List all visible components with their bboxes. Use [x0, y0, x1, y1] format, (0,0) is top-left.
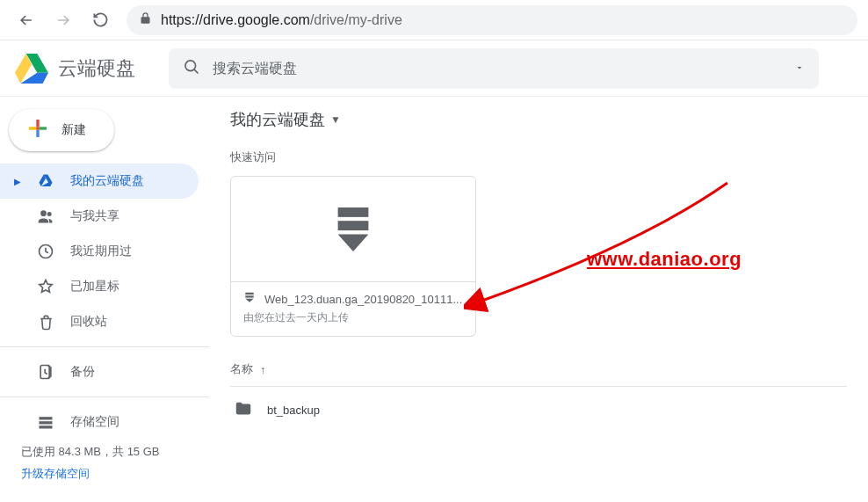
sidebar: 新建 ▶ 我的云端硬盘 与我共享 我近期用过 已加星标: [0, 97, 209, 502]
svg-rect-8: [40, 426, 53, 428]
sidebar-item-backups[interactable]: 备份: [0, 354, 199, 389]
svg-point-2: [40, 210, 47, 216]
back-button[interactable]: [11, 4, 42, 36]
quick-access-card[interactable]: Web_123.duan.ga_20190820_10111... 由您在过去一…: [230, 176, 476, 337]
name-column-header[interactable]: 名称 ↑: [230, 361, 847, 387]
storage-info: 已使用 84.3 MB，共 15 GB 升级存储空间: [0, 440, 209, 486]
folder-row[interactable]: bt_backup: [230, 390, 847, 430]
breadcrumb[interactable]: 我的云端硬盘 ▼: [230, 109, 847, 130]
clock-icon: [37, 243, 54, 260]
sidebar-item-label: 我的云端硬盘: [70, 173, 144, 189]
upgrade-storage-link[interactable]: 升级存储空间: [21, 467, 90, 480]
folder-name: bt_backup: [267, 404, 320, 417]
drive-logo-icon[interactable]: [14, 51, 49, 86]
card-title: Web_123.duan.ga_20190820_10111...: [264, 293, 462, 306]
url-text: https://drive.google.com/drive/my-drive: [161, 12, 402, 28]
file-thumbnail: [231, 177, 475, 282]
svg-rect-10: [338, 221, 369, 230]
breadcrumb-label: 我的云端硬盘: [230, 109, 325, 130]
sort-arrow-up-icon: ↑: [260, 363, 266, 376]
new-button-label: 新建: [61, 122, 86, 138]
sidebar-item-label: 我近期用过: [70, 244, 132, 259]
sidebar-item-my-drive[interactable]: ▶ 我的云端硬盘: [0, 164, 199, 199]
expand-icon: ▶: [14, 177, 21, 186]
sidebar-item-storage[interactable]: 存储空间: [0, 404, 199, 440]
chevron-down-icon: ▼: [330, 113, 341, 126]
storage-icon: [37, 413, 54, 431]
sidebar-item-shared[interactable]: 与我共享: [0, 199, 199, 234]
card-subtitle: 由您在过去一天内上传: [243, 310, 463, 325]
quick-access-label: 快速访问: [230, 149, 847, 165]
main-content: 我的云端硬盘 ▼ 快速访问 Web_123.duan.ga_20190820_1…: [209, 97, 868, 502]
drive-icon: [37, 172, 54, 190]
forward-button[interactable]: [47, 4, 79, 36]
sidebar-item-starred[interactable]: 已加星标: [0, 269, 199, 304]
app-header: 云端硬盘: [0, 40, 868, 97]
product-name: 云端硬盘: [58, 55, 135, 82]
search-input[interactable]: [213, 61, 782, 76]
archive-icon: [243, 291, 256, 307]
svg-rect-11: [245, 293, 253, 295]
browser-address-bar: https://drive.google.com/drive/my-drive: [0, 0, 868, 40]
search-options-icon[interactable]: [794, 61, 805, 76]
sidebar-item-trash[interactable]: 回收站: [0, 304, 199, 339]
search-icon: [183, 58, 200, 79]
sidebar-item-label: 存储空间: [70, 414, 119, 430]
annotation-arrow: [464, 165, 745, 367]
search-box[interactable]: [169, 48, 819, 89]
reload-button[interactable]: [84, 4, 116, 36]
plus-icon: [25, 115, 51, 145]
backup-icon: [37, 363, 54, 381]
new-button[interactable]: 新建: [9, 109, 114, 151]
sidebar-item-label: 回收站: [70, 314, 107, 330]
watermark-text: www.daniao.org: [587, 248, 741, 271]
sidebar-item-label: 备份: [70, 364, 95, 380]
trash-icon: [37, 313, 54, 331]
svg-rect-12: [245, 295, 253, 297]
sidebar-item-label: 与我共享: [70, 208, 119, 224]
svg-rect-6: [40, 417, 53, 419]
star-icon: [37, 278, 54, 295]
folder-icon: [234, 399, 253, 421]
address-field[interactable]: https://drive.google.com/drive/my-drive: [127, 5, 857, 35]
sidebar-item-recent[interactable]: 我近期用过: [0, 234, 199, 269]
svg-rect-9: [338, 207, 369, 217]
storage-used-text: 已使用 84.3 MB，共 15 GB: [21, 441, 188, 463]
lock-icon: [139, 11, 152, 28]
svg-point-3: [47, 212, 52, 216]
svg-rect-1: [36, 127, 39, 129]
svg-rect-7: [40, 421, 53, 424]
svg-point-0: [185, 60, 196, 70]
people-icon: [37, 207, 54, 225]
sidebar-item-label: 已加星标: [70, 279, 119, 295]
